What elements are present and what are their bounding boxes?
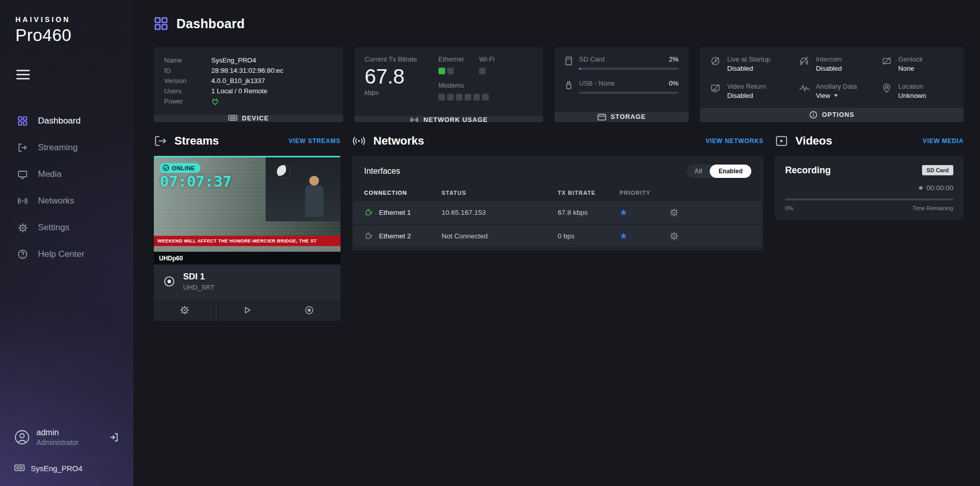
stream-settings-button[interactable] [154, 299, 216, 321]
source-circle-icon [163, 275, 175, 288]
antenna-icon [352, 134, 366, 148]
record-dot-icon [919, 186, 923, 190]
wifi-label: Wi-Fi [479, 55, 494, 63]
ethernet-label: Ethernet [438, 55, 464, 63]
sidebar-item-streaming[interactable]: Streaming [0, 134, 133, 161]
options-footer-label: OPTIONS [822, 111, 854, 118]
brand-logo: HAIVISION [15, 15, 118, 24]
stream-out-icon [16, 142, 29, 153]
play-icon [243, 306, 252, 315]
storage-item-sd: SD Card 2% [565, 55, 678, 70]
option-value: Unknown [898, 92, 926, 99]
hamburger-menu-icon[interactable] [16, 70, 30, 82]
recording-progressbar [785, 198, 953, 200]
ethernet-plug-icon [364, 208, 373, 217]
avatar [14, 430, 30, 445]
sidebar-item-help-center[interactable]: Help Center [0, 241, 133, 268]
connection-tx-bitrate: 67.8 kbps [558, 209, 620, 216]
storage-footer-button[interactable]: STORAGE [554, 112, 689, 122]
view-networks-link[interactable]: VIEW NETWORKS [706, 137, 764, 145]
user-role: Administrator [36, 438, 78, 447]
device-display-icon [14, 464, 25, 473]
antenna-icon [410, 116, 419, 122]
gear-icon[interactable] [670, 208, 678, 217]
ancillary-data-dropdown[interactable]: View [816, 92, 857, 99]
videos-icon [775, 134, 788, 148]
dashboard-grid-icon [154, 16, 168, 31]
sd-card-progressbar [579, 68, 678, 70]
dashboard-grid-icon [16, 115, 29, 127]
networks-section: Networks VIEW NETWORKS Interfaces All En… [352, 122, 764, 250]
antenna-icon [16, 195, 29, 207]
col-status: STATUS [442, 190, 558, 196]
recording-remaining-label: Time Remaining [912, 205, 953, 211]
user-name: admin [36, 428, 78, 437]
priority-star-icon[interactable]: ★ [619, 231, 627, 241]
sidebar-item-media[interactable]: Media [0, 161, 133, 188]
device-card-body: NameSysEng_PRO4 ID28:98:14:31:02:96:80:e… [154, 47, 343, 115]
page-header: Dashboard [154, 0, 964, 47]
stream-record-button[interactable] [278, 299, 341, 321]
priority-star-icon[interactable]: ★ [619, 207, 627, 218]
intercom-disabled-icon [799, 55, 810, 72]
sd-card-percent: 2% [669, 55, 678, 63]
live-at-startup-disabled-icon [710, 55, 722, 72]
modems-status-squares [438, 94, 533, 100]
sidebar-item-dashboard[interactable]: Dashboard [0, 108, 133, 134]
bitrate-label: Current Tx Bitrate [365, 55, 425, 63]
record-icon [305, 306, 314, 315]
option-value: Disabled [727, 65, 770, 72]
stream-resolution-label: UHDp60 [154, 252, 341, 265]
power-status-icon [211, 96, 219, 107]
device-field-value: 28:98:14:31:02:96:80:ec [211, 66, 283, 76]
interfaces-panel: Interfaces All Enabled CONNECTION STATUS… [352, 156, 764, 250]
storage-icon [597, 114, 606, 120]
filter-all-button[interactable]: All [687, 165, 710, 178]
device-name-row: SysEng_PRO4 [0, 454, 133, 478]
connection-tx-bitrate: 0 bps [558, 232, 620, 240]
device-field-label: Users [164, 86, 211, 96]
network-usage-body: Current Tx Bitrate 67.8 kbps Ethernet Wi… [354, 47, 543, 116]
filter-enabled-button[interactable]: Enabled [710, 165, 751, 178]
stream-play-button[interactable] [216, 299, 278, 321]
option-live-at-startup: Live at Startup Disabled [710, 55, 795, 72]
gear-icon[interactable] [670, 232, 678, 240]
view-media-link[interactable]: VIEW MEDIA [923, 137, 964, 145]
user-account[interactable]: admin Administrator [0, 421, 133, 454]
option-video-return: Video Return Disabled [710, 83, 795, 99]
streams-title: Streams [174, 134, 219, 148]
modems-label: Modems [438, 82, 533, 89]
streams-icon [154, 134, 167, 148]
col-priority: PRIORITY [619, 190, 751, 196]
network-usage-footer-button[interactable]: NETWORK USAGE [354, 116, 543, 122]
device-footer-button[interactable]: DEVICE [154, 115, 343, 122]
storage-footer-label: STORAGE [611, 113, 646, 120]
bitrate-unit: kbps [365, 89, 425, 96]
sidebar-item-settings[interactable]: Settings [0, 214, 133, 241]
logout-icon[interactable] [109, 432, 119, 442]
usb-percent: 0% [669, 79, 678, 87]
nav-label: Streaming [38, 143, 77, 153]
nav-label: Settings [38, 222, 69, 233]
device-display-icon [228, 115, 237, 122]
sidebar-item-networks[interactable]: Networks [0, 188, 133, 214]
networks-title: Networks [373, 134, 424, 148]
info-icon [809, 111, 817, 119]
device-field-label: Version [164, 76, 211, 86]
connection-status: 10.65.167.153 [442, 209, 558, 216]
storage-body: SD Card 2% USB - None [554, 47, 689, 112]
stream-thumbnail[interactable]: 07:07:37 ONLINE WEEKEND WILL AFFECT THE … [154, 156, 341, 265]
interfaces-table-header: CONNECTION STATUS TX BITRATE PRIORITY [352, 185, 764, 201]
gear-icon [16, 222, 29, 233]
usb-icon [565, 79, 573, 94]
options-footer-button[interactable]: OPTIONS [700, 108, 964, 122]
col-tx-bitrate: TX BITRATE [558, 190, 620, 196]
nav-label: Networks [38, 196, 74, 206]
stream-info-row[interactable]: SDI 1 UHD_SRT [154, 265, 341, 298]
nav-label: Help Center [38, 249, 85, 259]
videos-section: Videos VIEW MEDIA Recording SD Card 00:0… [775, 122, 964, 219]
main-content: Dashboard NameSysEng_PRO4 ID28:98:14:31:… [133, 0, 980, 486]
ethernet-plug-icon [364, 232, 373, 240]
connection-status: Not Connected [442, 232, 558, 240]
view-streams-link[interactable]: VIEW STREAMS [289, 137, 341, 145]
